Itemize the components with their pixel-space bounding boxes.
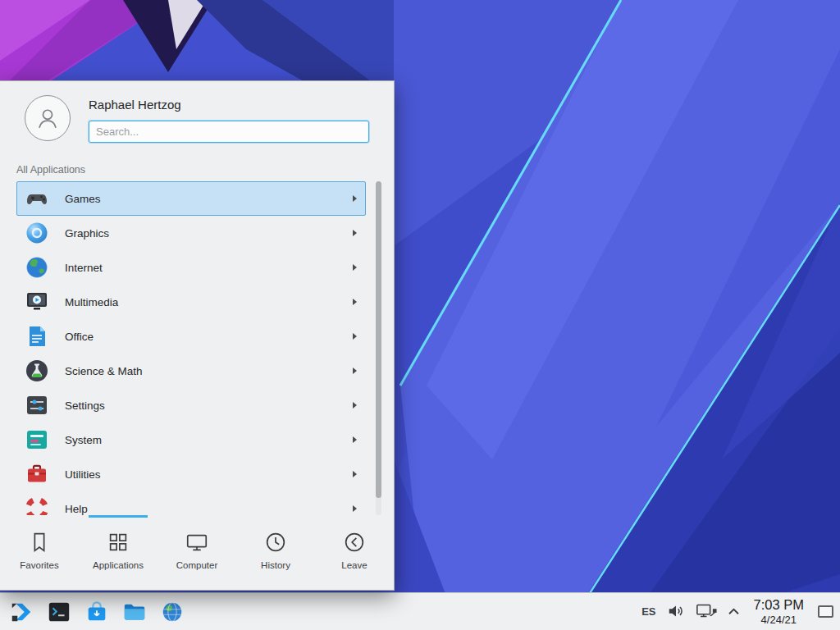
category-label: Office [65, 331, 94, 343]
category-office[interactable]: Office [16, 319, 366, 354]
expand-tray-icon [728, 607, 740, 616]
tab-computer[interactable]: Computer [158, 515, 236, 591]
category-label: Settings [65, 399, 105, 412]
browser-button[interactable] [159, 599, 185, 625]
file-manager-button[interactable] [121, 599, 148, 625]
settings-icon [24, 392, 50, 418]
desktop: Raphael Hertzog All Applications Games G… [0, 0, 840, 630]
clock-time: 7:03 PM [754, 597, 804, 613]
volume-button[interactable] [667, 602, 685, 620]
tab-label: Applications [93, 560, 144, 570]
launcher-tab-bar: Favorites Applications Computer History … [0, 515, 394, 591]
clock-date: 4/24/21 [754, 614, 804, 626]
submenu-arrow-icon [353, 436, 357, 443]
tab-label: Leave [341, 560, 367, 570]
file-manager-icon [122, 600, 147, 624]
multimedia-icon [24, 289, 50, 315]
computer-icon [185, 530, 209, 555]
category-label: Graphics [65, 227, 109, 240]
category-label: Science & Math [65, 365, 143, 377]
category-list: Games Graphics Internet [16, 181, 366, 515]
submenu-arrow-icon [353, 299, 357, 305]
search-input[interactable] [89, 121, 369, 143]
submenu-arrow-icon [353, 264, 357, 271]
category-label: Utilities [65, 468, 101, 481]
games-icon [24, 185, 50, 212]
volume-icon [667, 602, 685, 620]
submenu-arrow-icon [353, 333, 357, 340]
network-button[interactable] [696, 601, 717, 621]
application-launcher-menu: Raphael Hertzog All Applications Games G… [0, 80, 395, 591]
taskbar: ES 7:03 PM [0, 592, 840, 630]
tab-label: Favorites [20, 560, 58, 570]
keyboard-layout-indicator[interactable]: ES [641, 605, 655, 618]
scrollbar-track[interactable] [376, 181, 381, 515]
category-help[interactable]: Help [16, 491, 366, 515]
leave-icon [342, 530, 367, 555]
category-internet[interactable]: Internet [16, 250, 366, 285]
tab-applications[interactable]: Applications [79, 515, 158, 591]
launcher-header: Raphael Hertzog [0, 81, 394, 155]
category-games[interactable]: Games [16, 181, 366, 216]
submenu-arrow-icon [353, 230, 357, 236]
utilities-icon [24, 461, 50, 487]
submenu-arrow-icon [353, 505, 357, 512]
discover-icon [84, 600, 109, 624]
browser-icon [160, 600, 185, 624]
category-label: Help [65, 503, 88, 515]
category-label: System [65, 434, 102, 446]
app-launcher-icon [9, 600, 34, 624]
tab-label: History [261, 560, 290, 570]
scrollbar-handle[interactable] [376, 181, 381, 498]
submenu-arrow-icon [353, 402, 357, 409]
discover-button[interactable] [84, 599, 110, 625]
category-label: Games [65, 193, 101, 205]
science-icon [24, 358, 50, 384]
section-label: All Applications [16, 164, 85, 176]
office-icon [24, 323, 50, 349]
help-icon [24, 495, 50, 515]
category-graphics[interactable]: Graphics [16, 216, 366, 250]
system-icon [24, 427, 50, 453]
category-multimedia[interactable]: Multimedia [16, 285, 366, 319]
applications-icon [106, 530, 130, 555]
user-avatar[interactable] [25, 95, 71, 141]
category-label: Internet [65, 262, 103, 274]
tab-favorites[interactable]: Favorites [0, 515, 79, 591]
category-utilities[interactable]: Utilities [16, 457, 366, 491]
history-icon [263, 530, 288, 555]
tab-history[interactable]: History [236, 515, 315, 591]
app-launcher-button[interactable] [8, 599, 34, 625]
favorites-icon [27, 530, 52, 555]
network-icon [696, 601, 717, 621]
digital-clock[interactable]: 7:03 PM 4/24/21 [754, 597, 804, 626]
tab-leave[interactable]: Leave [315, 515, 394, 591]
taskbar-launchers [0, 599, 185, 625]
user-icon [34, 104, 62, 132]
category-science-math[interactable]: Science & Math [16, 354, 366, 388]
tab-label: Computer [176, 560, 218, 570]
category-system[interactable]: System [16, 422, 366, 457]
system-tray: ES 7:03 PM [641, 597, 840, 626]
submenu-arrow-icon [353, 471, 357, 477]
terminal-icon [47, 600, 71, 624]
category-settings[interactable]: Settings [16, 388, 366, 422]
submenu-arrow-icon [353, 195, 357, 202]
submenu-arrow-icon [353, 368, 357, 374]
internet-icon [24, 254, 50, 281]
category-label: Multimedia [65, 296, 118, 308]
graphics-icon [24, 220, 50, 246]
expand-tray-button[interactable] [728, 607, 740, 616]
terminal-button[interactable] [46, 599, 72, 625]
user-name: Raphael Hertzog [89, 98, 181, 112]
show-desktop-button[interactable] [818, 605, 833, 618]
